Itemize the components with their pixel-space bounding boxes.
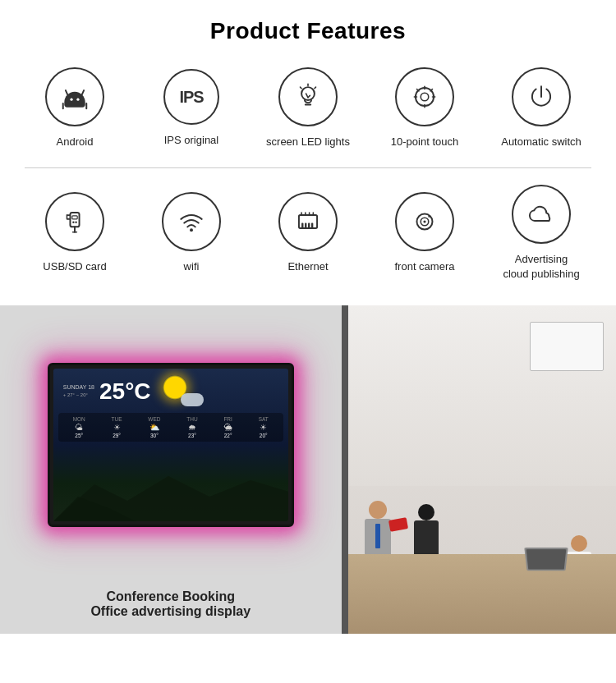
cloud-label: Advertising cloud publishing <box>503 252 579 282</box>
svg-point-14 <box>421 93 429 101</box>
svg-line-9 <box>315 87 316 89</box>
usb-icon <box>45 192 104 251</box>
caption-line2: Office advertising display <box>0 604 342 619</box>
features-section: Android IPS IPS original scree <box>0 59 616 305</box>
ips-icon: IPS <box>163 69 219 125</box>
svg-rect-27 <box>305 223 306 228</box>
weather-date: SUNDAY 18 <box>63 383 94 392</box>
switch-label: Automatic switch <box>501 135 582 149</box>
led-label: screen LED lights <box>266 135 350 149</box>
bulb-icon <box>278 67 338 126</box>
table <box>348 553 616 633</box>
cloud-icon <box>512 185 571 244</box>
caption-line1: Conference Booking <box>0 589 342 604</box>
ethernet-icon <box>278 192 338 251</box>
ips-label: IPS original <box>164 133 218 148</box>
page-title: Product Features <box>0 0 616 59</box>
svg-point-37 <box>428 216 430 218</box>
svg-line-12 <box>308 95 310 97</box>
svg-rect-28 <box>308 223 310 228</box>
device-screen: SUNDAY 18 + 27° ~ 20° 25°C MON <box>48 363 294 527</box>
feature-led: screen LED lights <box>259 67 357 149</box>
svg-rect-20 <box>70 213 79 227</box>
feature-ips: IPS IPS original <box>142 69 241 148</box>
svg-point-36 <box>423 221 425 223</box>
feature-switch: Automatic switch <box>492 67 591 149</box>
wifi-icon <box>162 192 221 251</box>
image-left-panel: SUNDAY 18 + 27° ~ 20° 25°C MON <box>0 305 342 634</box>
image-right-panel <box>348 305 616 634</box>
row-divider <box>25 167 591 168</box>
feature-ethernet: Ethernet <box>259 192 357 274</box>
svg-rect-29 <box>311 223 313 228</box>
power-icon <box>512 67 571 126</box>
weather-temp: 25°C <box>99 378 151 405</box>
feature-wifi: wifi <box>142 192 241 274</box>
feature-touch: 10-point touch <box>375 67 474 149</box>
svg-point-3 <box>76 99 79 101</box>
svg-rect-21 <box>72 216 77 219</box>
feature-android: Android <box>25 67 124 149</box>
android-icon <box>45 67 104 126</box>
image-caption: Conference Booking Office advertising di… <box>0 589 342 619</box>
svg-rect-26 <box>301 223 303 228</box>
svg-point-24 <box>190 229 193 232</box>
touch-icon <box>395 67 454 126</box>
svg-point-6 <box>301 87 315 100</box>
weather-range: + 27° ~ 20° <box>63 392 94 398</box>
usb-label: USB/SD card <box>43 259 106 274</box>
laptop <box>524 548 568 571</box>
svg-point-23 <box>75 222 76 223</box>
features-row-2: USB/SD card wifi <box>16 176 600 296</box>
svg-line-10 <box>301 87 302 89</box>
feature-camera: front camera <box>375 192 474 274</box>
svg-point-22 <box>72 222 74 223</box>
svg-point-2 <box>70 99 72 101</box>
feature-usb: USB/SD card <box>25 192 124 274</box>
camera-icon <box>395 192 454 251</box>
ethernet-label: Ethernet <box>287 259 328 274</box>
bottom-image-section: SUNDAY 18 + 27° ~ 20° 25°C MON <box>0 305 616 634</box>
camera-label: front camera <box>395 259 455 274</box>
android-label: Android <box>57 135 94 149</box>
features-row-1: Android IPS IPS original scree <box>16 59 600 164</box>
whiteboard <box>530 322 604 371</box>
touch-label: 10-point touch <box>391 135 458 149</box>
feature-cloud: Advertising cloud publishing <box>492 185 591 282</box>
panel-divider <box>342 305 348 634</box>
wifi-label: wifi <box>184 259 200 274</box>
